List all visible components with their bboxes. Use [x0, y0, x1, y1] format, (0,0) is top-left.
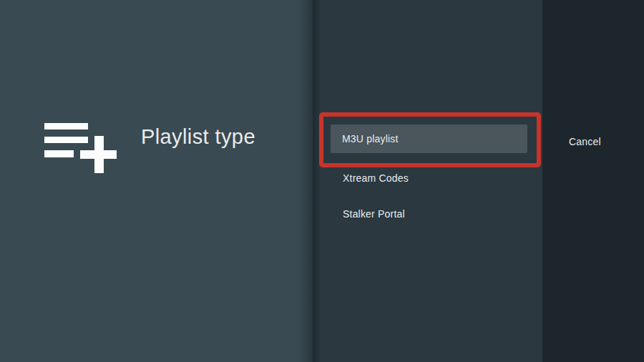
actions-panel: M3U playlist Xtream Codes Stalker Portal	[313, 0, 542, 362]
action-item-m3u-playlist[interactable]: M3U playlist	[331, 124, 527, 153]
action-label: Stalker Portal	[343, 208, 405, 220]
action-item-xtream-codes[interactable]: Xtream Codes	[343, 164, 409, 192]
cancel-button-label: Cancel	[569, 136, 601, 147]
guidance-panel: Playlist type	[0, 0, 313, 362]
action-item-stalker-portal[interactable]: Stalker Portal	[343, 200, 405, 228]
buttons-panel: Cancel	[542, 0, 644, 362]
playlist-add-icon	[44, 123, 117, 173]
playlist-type-dialog: Playlist type M3U playlist Xtream Codes …	[0, 0, 644, 362]
action-label: Xtream Codes	[343, 172, 409, 184]
action-label: M3U playlist	[342, 133, 399, 145]
page-title: Playlist type	[141, 123, 255, 150]
cancel-button[interactable]: Cancel	[542, 127, 644, 156]
